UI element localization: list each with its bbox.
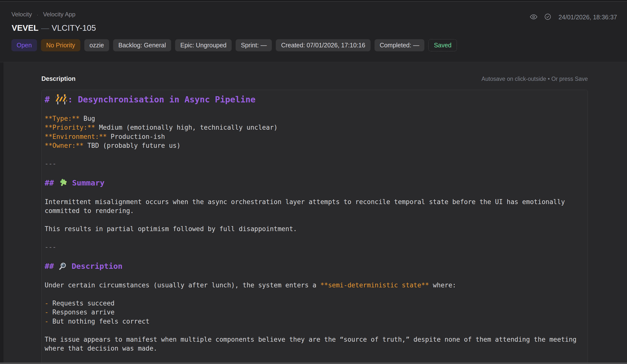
issue-body: Description Autosave on click-outside • … — [0, 62, 627, 363]
breadcrumb-separator: · — [37, 12, 39, 17]
epic-pill[interactable]: Epic: Ungrouped — [175, 39, 232, 51]
editor-line-h2: ## Summary — [45, 177, 585, 188]
sprint-pill[interactable]: Sprint: — — [236, 39, 272, 51]
construction-emoji — [55, 94, 68, 105]
editor-text-segment: **Type:** — [45, 115, 80, 122]
editor-line-blank — [45, 252, 585, 261]
editor-line-p: The issue appears to manifest when multi… — [45, 335, 585, 353]
autosave-hint: Autosave on click-outside • Or press Sav… — [481, 76, 588, 82]
editor-line-li: - Responses arrive — [45, 308, 585, 317]
editor-text-segment: **Owner:** — [45, 142, 84, 149]
completed-pill[interactable]: Completed: — — [374, 39, 425, 51]
issue-meta-pills: OpenNo PriorityozzieBacklog: GeneralEpic… — [11, 39, 457, 51]
editor-text-segment: **semi-deterministic state** — [320, 281, 429, 289]
editor-text-segment: Requests succeed — [52, 300, 114, 307]
editor-line-li: - But nothing feels correct — [45, 317, 585, 326]
editor-text-segment: This results in partial optimism followe… — [45, 225, 297, 233]
editor-line-p: --- — [45, 243, 585, 252]
editor-text-segment: : Desynchronisation in Async Pipeline — [68, 95, 256, 104]
magnifier-emoji — [58, 262, 67, 270]
editor-text-segment: --- — [45, 243, 56, 251]
editor-line-p: Intermittent misalignment occurs when th… — [45, 197, 585, 215]
editor-text-segment: Under certain circumstances (usually aft… — [45, 281, 320, 289]
editor-line-p: --- — [45, 159, 585, 168]
editor-line-blank — [45, 215, 585, 225]
editor-text-segment: Responses arrive — [52, 309, 114, 316]
editor-line-h1: # : Desynchronisation in Async Pipeline — [45, 94, 585, 105]
editor-text-segment: Intermittent misalignment occurs when th… — [45, 198, 569, 215]
editor-line-h2: ## Description — [45, 260, 585, 271]
editor-line-blank — [45, 290, 585, 299]
assignee-pill[interactable]: ozzie — [84, 39, 109, 51]
editor-line-p: Under certain circumstances (usually aft… — [45, 281, 585, 290]
editor-text-segment: --- — [45, 160, 56, 167]
editor-line-blank — [45, 150, 585, 159]
description-section-title: Description — [41, 75, 76, 82]
breadcrumb-project[interactable]: Velocity — [11, 11, 32, 18]
editor-text-segment: ## — [45, 178, 58, 187]
editor-line-p: This results in partial optimism followe… — [45, 224, 585, 234]
description-section: Description Autosave on click-outside • … — [41, 62, 588, 363]
editor-text-segment: Production-ish — [107, 133, 165, 140]
editor-line-li: - Requests succeed — [45, 299, 585, 308]
editor-line-blank — [45, 105, 585, 114]
bottom-scrollbar[interactable] — [0, 363, 627, 364]
editor-text-segment: Bug — [80, 115, 95, 122]
editor-line-p: **Environment:** Production-ish — [45, 132, 585, 141]
editor-line-p: **Owner:** TBD (probably future us) — [45, 141, 585, 150]
created-pill[interactable]: Created: 07/01/2026, 17:10:16 — [276, 39, 370, 51]
status-pill[interactable]: Open — [11, 39, 37, 51]
editor-line-blank — [45, 271, 585, 281]
backlog-pill[interactable]: Backlog: General — [113, 39, 171, 51]
header-meta: 24/01/2026, 18:36:37 — [530, 13, 617, 21]
puzzle-emoji — [58, 178, 67, 187]
watch-icon[interactable] — [530, 14, 537, 21]
editor-text-segment: Medium (emotionally high, technically un… — [95, 124, 278, 131]
editor-text-segment: where: — [429, 281, 456, 289]
editor-text-segment: **Environment:** — [45, 133, 107, 140]
editor-text-segment: Summary — [67, 178, 104, 187]
saved-pill[interactable]: Saved — [428, 39, 457, 51]
editor-text-segment: # — [45, 95, 55, 104]
issue-key: VLCITY-105 — [52, 23, 96, 33]
current-timestamp: 24/01/2026, 18:36:37 — [559, 14, 617, 21]
breadcrumb: Velocity·Velocity App — [11, 11, 75, 18]
editor-line-p: **Type:** Bug — [45, 114, 585, 123]
description-editor[interactable]: # : Desynchronisation in Async Pipeline … — [41, 90, 588, 363]
project-key: VEVEL — [12, 23, 39, 33]
editor-line-blank — [45, 188, 585, 197]
priority-pill[interactable]: No Priority — [41, 39, 80, 51]
issue-header: Velocity·Velocity App 24/01/2026, 18:36:… — [0, 1, 627, 61]
issue-page: Velocity·Velocity App 24/01/2026, 18:36:… — [0, 0, 627, 364]
title-separator: — — [41, 23, 49, 33]
editor-line-p: **Priority:** Medium (emotionally high, … — [45, 123, 585, 132]
editor-text-segment: - — [45, 300, 52, 307]
editor-text-segment: **Priority:** — [45, 124, 95, 131]
editor-text-segment: - — [45, 318, 52, 325]
check-circle-icon[interactable] — [544, 13, 551, 21]
editor-line-blank — [45, 168, 585, 178]
editor-text-segment: - — [45, 309, 52, 316]
editor-text-segment: Description — [67, 261, 122, 270]
breadcrumb-app[interactable]: Velocity App — [43, 11, 75, 18]
editor-text-segment: But nothing feels correct — [52, 318, 149, 325]
editor-line-blank — [45, 234, 585, 243]
left-gutter — [0, 62, 3, 363]
editor-text-segment: ## — [45, 261, 58, 270]
editor-text-segment: TBD (probably future us) — [84, 142, 181, 149]
issue-title: VEVEL—VLCITY-105 — [12, 23, 96, 33]
editor-text-segment: The issue appears to manifest when multi… — [45, 336, 580, 352]
description-header-row: Description Autosave on click-outside • … — [41, 62, 588, 82]
editor-line-blank — [45, 326, 585, 335]
